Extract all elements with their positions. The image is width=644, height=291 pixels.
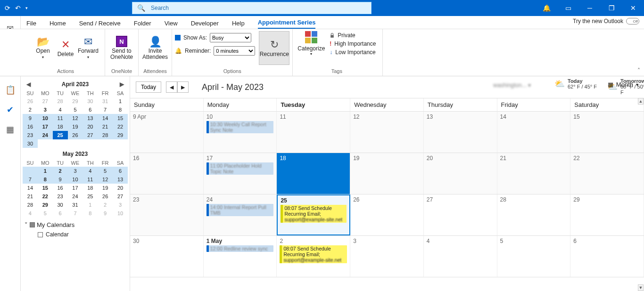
appointment[interactable]: 12:00 Redline review sync (206, 245, 274, 252)
my-calendars-header[interactable]: ˅My Calendars (25, 221, 126, 228)
calendar-grid-icon: ▦ (608, 81, 613, 88)
day-cell[interactable]: 15 (570, 112, 644, 153)
title-bar: ⟳ ↶ ▾ 🔍 Search 🔔 ▭ ─ ❐ ✕ (0, 0, 644, 16)
group-options-label: Options (223, 68, 241, 75)
day-cell-today[interactable]: 25 08:07 Send Schedule Recurring Email;s… (277, 194, 350, 235)
show-as-select[interactable]: Busy (210, 33, 251, 42)
forward-icon: ✉ (84, 35, 92, 48)
mini-calendar-may[interactable]: SUMOTUWETHFRSA 123456 78910111213 141516… (23, 159, 128, 218)
qat-more-icon[interactable]: ▾ (25, 6, 28, 10)
group-tags-label: Tags (331, 68, 342, 75)
forward-button[interactable]: ✉Forward▾ (76, 31, 100, 64)
day-cell[interactable]: 6 (570, 236, 644, 277)
prev-period-button[interactable]: ◀ (166, 81, 177, 93)
next-month-icon[interactable]: ▶ (120, 81, 124, 88)
weather-today[interactable]: ⛅ Today62° F / 45° F (554, 78, 597, 89)
tablet-mode-icon[interactable]: ▭ (557, 4, 579, 12)
categories-icon (305, 31, 317, 43)
tab-help[interactable]: Help (232, 20, 245, 29)
account-label[interactable]: washington... ▾ (493, 82, 531, 89)
tab-appointment-series[interactable]: Appointment Series (258, 19, 316, 29)
day-cell[interactable]: 21 (497, 153, 571, 194)
low-importance-button[interactable]: ↓Low Importance (330, 49, 376, 56)
delete-button[interactable]: ✕Delete (56, 31, 75, 64)
scroll-down-icon: ▼ (638, 284, 644, 291)
open-button[interactable]: 📂Open▾ (31, 31, 55, 64)
refresh-icon[interactable]: ⟳ (5, 4, 10, 12)
mini-calendar-april[interactable]: SUMOTUWETHFRSA 2627282930311 2345678 910… (23, 89, 128, 148)
categorize-button[interactable]: Categorize▾ (297, 31, 325, 56)
view-picker[interactable]: ▦ Month ▾ (608, 81, 638, 88)
prev-month-icon[interactable]: ◀ (26, 81, 31, 88)
next-period-button[interactable]: ▶ (177, 81, 189, 93)
day-cell[interactable]: 22 (570, 153, 644, 194)
ribbon-tabs: File Home Send / Receive Folder View Dev… (0, 16, 644, 29)
tab-send-receive[interactable]: Send / Receive (79, 20, 121, 29)
appointment[interactable]: 10:30 Weekly Call Report Sync Note (206, 121, 274, 133)
day-cell[interactable]: 24 14:00 Internal Report Pull TMB (204, 194, 277, 235)
day-cell[interactable]: 13 (424, 112, 497, 153)
close-icon[interactable]: ✕ (622, 4, 644, 12)
day-cell[interactable]: 3 (350, 236, 424, 277)
tab-view[interactable]: View (165, 20, 178, 29)
day-cell[interactable]: 4 (424, 236, 497, 277)
high-importance-button[interactable]: !High Importance (330, 40, 376, 47)
send-onenote-button[interactable]: N Send to OneNote (110, 31, 133, 64)
day-cell[interactable]: 27 (424, 194, 497, 235)
reminder-select[interactable]: 0 minutes (214, 46, 255, 56)
rail-todo-icon[interactable]: ✔ (0, 105, 20, 115)
undo-icon[interactable]: ↶ (15, 4, 21, 12)
rail-more-icon[interactable]: ▦ (0, 124, 20, 135)
day-cell[interactable]: 10 10:30 Weekly Call Report Sync Note (204, 112, 277, 153)
day-cell[interactable]: 14 (497, 112, 571, 153)
group-onenote-label: OneNote (111, 68, 132, 75)
today-button[interactable]: Today (136, 81, 161, 93)
collapse-ribbon-icon[interactable]: ˄ (637, 67, 640, 74)
day-cell[interactable]: 12 (350, 112, 424, 153)
day-cell[interactable]: 30 (130, 236, 204, 277)
toggle-off[interactable]: Off (626, 18, 639, 24)
recurrence-button[interactable]: ↻ Recurrence (259, 31, 289, 65)
onenote-icon: N (116, 35, 127, 48)
folder-open-icon: 📂 (37, 35, 50, 48)
svg-rect-0 (331, 35, 334, 38)
day-cell[interactable]: 29 (570, 194, 644, 235)
day-cell[interactable]: 5 (497, 236, 571, 277)
person-add-icon: 👤 (149, 35, 162, 48)
appointment-recurring[interactable]: 08:07 Send Schedule Recurring Email;supp… (281, 205, 347, 223)
tab-developer[interactable]: Developer (191, 20, 219, 29)
day-cell[interactable]: 20 (424, 153, 497, 194)
notifications-icon[interactable]: 🔔 (536, 4, 557, 12)
tab-folder[interactable]: Folder (134, 20, 151, 29)
appointment-recurring[interactable]: 08:07 Send Schedule Recurring Email;supp… (280, 245, 347, 263)
private-button[interactable]: Private (330, 32, 376, 39)
day-cell[interactable]: 19 (350, 153, 424, 194)
maximize-icon[interactable]: ❐ (601, 4, 622, 12)
day-cell-selected[interactable]: 18 (277, 153, 350, 194)
tab-home[interactable]: Home (50, 20, 66, 29)
recurrence-icon: ↻ (270, 39, 279, 51)
calendar-item[interactable]: Calendar (25, 231, 126, 238)
appointment[interactable]: 11:00 Placeholder Hold Topic Note (206, 162, 274, 175)
day-cell[interactable]: 23 (130, 194, 204, 235)
show-as-label: Show As: (183, 34, 207, 41)
search-box[interactable]: 🔍 Search (132, 2, 372, 14)
tab-file[interactable]: File (26, 20, 36, 29)
try-new-outlook[interactable]: Try the new Outlook Off (573, 18, 639, 24)
invite-attendees-button[interactable]: 👤 Invite Attendees (143, 31, 167, 64)
day-cell[interactable]: 17 11:00 Placeholder Hold Topic Note (204, 153, 277, 194)
chevron-down-icon: ▾ (636, 82, 638, 87)
day-cell[interactable]: 9 Apr (130, 112, 204, 153)
day-cell[interactable]: 1 May 12:00 Redline review sync (204, 236, 277, 277)
rail-tasks-icon[interactable]: 📋 (0, 85, 20, 95)
day-cell[interactable]: 16 (130, 153, 204, 194)
day-cell[interactable]: 2 08:07 Send Schedule Recurring Email;su… (277, 236, 350, 277)
day-cell[interactable]: 28 (497, 194, 571, 235)
minimize-icon[interactable]: ─ (579, 4, 601, 12)
appointment[interactable]: 14:00 Internal Report Pull TMB (206, 204, 274, 216)
day-cell[interactable]: 26 (350, 194, 424, 235)
search-placeholder: Search (151, 5, 169, 11)
scroll-arrows[interactable]: ▲▼ (637, 98, 644, 291)
ribbon: 📂Open▾ ✕Delete ✉Forward▾ Actions N Send … (0, 29, 644, 76)
day-cell[interactable]: 11 (277, 112, 350, 153)
